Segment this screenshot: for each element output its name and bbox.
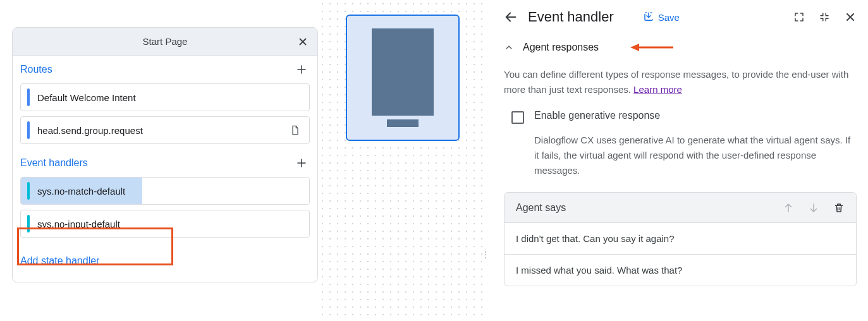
section-title: Agent responses	[523, 42, 599, 53]
checkbox[interactable]	[511, 111, 524, 124]
chevron-up-icon	[504, 42, 514, 52]
arrow-up-icon[interactable]	[783, 202, 794, 214]
event-handler-panel: Event handler Save Agent responses	[490, 0, 868, 321]
section-description: You can define different types of respon…	[504, 67, 857, 97]
flow-node-thumbnail[interactable]	[346, 15, 460, 141]
routes-label: Routes	[20, 64, 52, 75]
thumbnail-foot	[387, 119, 419, 127]
agent-responses-header[interactable]: Agent responses	[504, 42, 857, 53]
save-icon	[643, 11, 654, 23]
delete-icon[interactable]	[833, 202, 845, 214]
agent-says-label: Agent says	[516, 202, 566, 214]
routes-section-header[interactable]: Routes	[13, 56, 317, 83]
event-handler-label: sys.no-input-default	[37, 219, 120, 229]
event-handler-item[interactable]: sys.no-match-default	[20, 177, 310, 205]
panel-title: Event handler	[528, 9, 614, 25]
plus-icon[interactable]	[296, 64, 307, 75]
expand-icon[interactable]	[793, 11, 805, 23]
agent-response-row[interactable]: I missed what you said. What was that?	[504, 255, 856, 286]
enable-generative-checkbox-row[interactable]: Enable generative response	[504, 109, 857, 128]
route-label: head.send.group.request	[37, 125, 143, 136]
plus-icon[interactable]	[296, 157, 307, 169]
flow-canvas[interactable]: Start Page Routes Default Welcome Intent…	[0, 0, 487, 321]
collapse-icon[interactable]	[819, 11, 830, 23]
save-label: Save	[658, 12, 680, 23]
back-arrow-icon[interactable]	[504, 10, 518, 24]
checkbox-description: Dialogflow CX uses generative AI to gene…	[504, 133, 857, 178]
document-icon	[290, 124, 300, 136]
close-icon[interactable]	[844, 11, 857, 23]
arrow-down-icon[interactable]	[808, 202, 819, 214]
event-handler-item[interactable]: sys.no-input-default	[20, 210, 310, 238]
thumbnail-body	[372, 28, 434, 116]
event-handler-label: sys.no-match-default	[37, 186, 125, 197]
close-icon[interactable]	[297, 36, 309, 47]
route-item[interactable]: head.send.group.request	[20, 116, 310, 144]
annotation-arrow	[630, 43, 673, 52]
event-handlers-label: Event handlers	[20, 157, 88, 169]
event-handlers-section-header[interactable]: Event handlers	[13, 149, 317, 177]
page-title: Start Page	[143, 36, 188, 47]
route-label: Default Welcome Intent	[37, 92, 136, 103]
save-button[interactable]: Save	[643, 11, 680, 23]
start-page-card: Start Page Routes Default Welcome Intent…	[12, 27, 318, 282]
page-card-header: Start Page	[13, 28, 317, 56]
agent-response-row[interactable]: I didn't get that. Can you say it again?	[504, 223, 856, 255]
panel-toolbar: Event handler Save	[504, 9, 857, 25]
checkbox-label: Enable generative response	[534, 110, 660, 121]
route-item[interactable]: Default Welcome Intent	[20, 83, 310, 111]
agent-says-box: Agent says I didn't get that. Can you sa…	[504, 192, 857, 286]
add-state-handler-link[interactable]: Add state handler	[13, 243, 317, 282]
learn-more-link[interactable]: Learn more	[633, 84, 682, 95]
agent-says-header: Agent says	[504, 193, 856, 223]
